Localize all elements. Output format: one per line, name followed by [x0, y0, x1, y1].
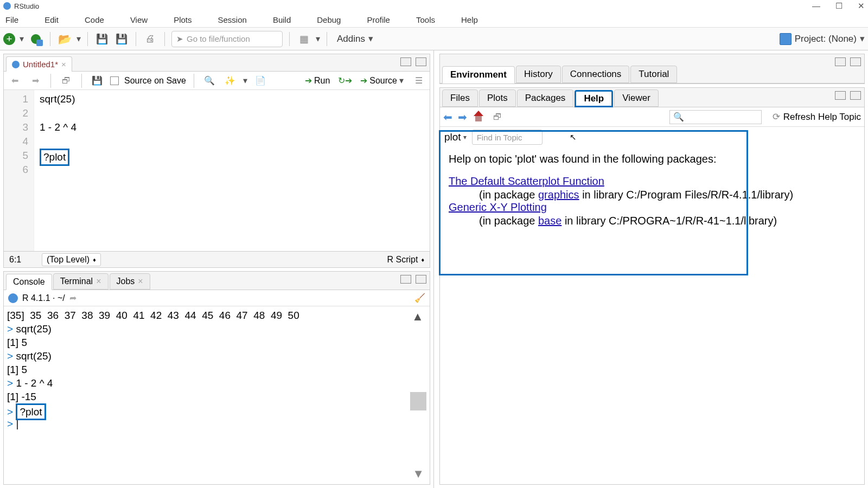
grid-button[interactable]: ▦ [296, 31, 311, 47]
new-project-button[interactable] [28, 31, 43, 47]
menu-help[interactable]: Help [461, 15, 478, 24]
maximize-pane-button[interactable] [850, 91, 861, 100]
rerun-button[interactable]: ↻➔ [337, 73, 353, 88]
scroll-up-button[interactable]: ▲ [409, 310, 426, 324]
save-source-button[interactable]: 💾 [90, 73, 105, 88]
console-pane: Console Terminal× Jobs× R 4.1.1 · ~/ ➦ 🧹… [3, 271, 430, 485]
separator [50, 32, 50, 46]
language-label: R Script [387, 255, 418, 265]
refresh-help-button[interactable]: ⟳ Refresh Help Topic [773, 111, 861, 123]
scope-selector[interactable]: (Top Level) ♦ [42, 253, 101, 266]
source-tab[interactable]: Untitled1* × [6, 56, 72, 72]
show-in-new-window-button[interactable]: 🗗 [59, 73, 74, 88]
help-link-graphics[interactable]: graphics [538, 189, 579, 201]
minimize-pane-button[interactable] [835, 91, 846, 100]
help-search-input[interactable]: 🔍 [669, 110, 762, 124]
menu-view[interactable]: View [130, 15, 148, 24]
menu-profile[interactable]: Profile [367, 15, 390, 24]
tab-history[interactable]: History [516, 66, 561, 83]
console-prompt[interactable]: > | [7, 417, 430, 431]
minimize-pane-button[interactable] [400, 275, 411, 284]
save-all-button[interactable]: 💾 [114, 31, 129, 47]
grid-dropdown[interactable]: ▾ [316, 34, 320, 44]
code-tools-dropdown[interactable]: ▾ [243, 75, 247, 86]
maximize-pane-button[interactable] [416, 275, 426, 284]
save-button[interactable]: 💾 [94, 31, 110, 47]
language-selector[interactable]: R Script ♦ [387, 255, 424, 265]
compile-report-button[interactable]: 📄 [253, 73, 268, 88]
refresh-label: Refresh Help Topic [783, 112, 861, 123]
outline-button[interactable]: ☰ [411, 73, 426, 88]
close-button[interactable]: ✕ [858, 1, 865, 11]
menu-session[interactable]: Session [218, 15, 247, 24]
minimize-button[interactable]: — [812, 1, 820, 11]
tab-files[interactable]: Files [442, 89, 478, 107]
environment-pane: Environment History Connections Tutorial [439, 54, 865, 84]
menu-plots[interactable]: Plots [174, 15, 192, 24]
source-on-save-checkbox[interactable] [110, 76, 119, 85]
scroll-down-button[interactable]: ▼ [412, 467, 424, 481]
code-tools-button[interactable]: ✨ [222, 73, 238, 88]
tab-jobs[interactable]: Jobs× [110, 273, 150, 290]
help-link-xyplotting[interactable]: Generic X-Y Plotting [449, 201, 547, 213]
maximize-button[interactable]: ☐ [835, 1, 843, 11]
menu-file[interactable]: File [5, 15, 18, 24]
print-button[interactable]: 🖨 [143, 31, 158, 47]
tab-terminal[interactable]: Terminal× [53, 273, 108, 290]
console-line: [1] 5 [7, 363, 430, 376]
console-output[interactable]: [35] 35 36 37 38 39 40 41 42 43 44 45 46… [4, 306, 430, 484]
run-button[interactable]: ➔ Run [305, 75, 330, 86]
source-tabstrip: Untitled1* × [4, 54, 430, 72]
tab-environment[interactable]: Environment [442, 66, 515, 84]
new-file-button[interactable]: + [3, 33, 15, 45]
open-file-button[interactable]: 📂 [57, 31, 72, 47]
addins-menu[interactable]: Addins ▾ [337, 33, 373, 44]
tab-connections[interactable]: Connections [562, 66, 630, 83]
menu-code[interactable]: Code [85, 15, 104, 24]
scrollbar-thumb[interactable] [410, 392, 426, 410]
tab-tutorial[interactable]: Tutorial [630, 66, 677, 83]
maximize-pane-button[interactable] [850, 57, 861, 66]
rstudio-logo-icon [3, 2, 11, 10]
open-recent-dropdown[interactable]: ▾ [76, 34, 81, 44]
menu-tools[interactable]: Tools [416, 15, 435, 24]
close-icon[interactable]: × [138, 277, 143, 286]
maximize-pane-button[interactable] [416, 57, 426, 66]
help-link-scatterplot[interactable]: The Default Scatterplot Function [449, 175, 604, 187]
close-icon[interactable]: × [96, 277, 101, 286]
new-file-dropdown[interactable]: ▾ [20, 34, 24, 44]
code-editor[interactable]: 123456 sqrt(25) 1 - 2 ^ 4 ?plot [4, 90, 430, 251]
separator [194, 74, 194, 88]
code-area[interactable]: sqrt(25) 1 - 2 ^ 4 ?plot [34, 90, 430, 251]
open-wd-button[interactable]: ➦ [69, 293, 76, 303]
menu-edit[interactable]: Edit [44, 15, 59, 24]
source-tab-name: Untitled1* [23, 60, 58, 69]
tab-viewer[interactable]: Viewer [614, 89, 659, 107]
menu-build[interactable]: Build [273, 15, 291, 24]
goto-file-input[interactable]: ➤ Go to file/function [171, 31, 283, 47]
find-in-topic-input[interactable]: Find in Topic [472, 130, 542, 145]
back-button[interactable]: ⬅ [7, 73, 22, 88]
separator [50, 74, 51, 88]
tab-console[interactable]: Console [6, 274, 52, 290]
find-replace-button[interactable]: 🔍 [202, 73, 217, 88]
help-forward-button[interactable]: ➡ [458, 111, 467, 124]
tab-packages[interactable]: Packages [517, 89, 574, 107]
close-tab-button[interactable]: × [61, 60, 66, 69]
separator [164, 32, 165, 46]
tab-help[interactable]: Help [575, 90, 613, 107]
project-menu[interactable]: Project: (None) ▾ [780, 33, 865, 45]
minimize-pane-button[interactable] [400, 57, 411, 66]
separator [87, 32, 88, 46]
forward-button[interactable]: ➡ [28, 73, 43, 88]
tab-plots[interactable]: Plots [479, 89, 516, 107]
help-back-button[interactable]: ⬅ [443, 111, 452, 124]
help-home-button[interactable] [473, 112, 484, 123]
source-button[interactable]: ➔ Source ▾ [360, 75, 404, 86]
help-topic-dropdown[interactable]: plot ▾ [444, 131, 467, 143]
menu-debug[interactable]: Debug [317, 15, 341, 24]
help-link-base[interactable]: base [538, 215, 561, 227]
minimize-pane-button[interactable] [835, 57, 846, 66]
help-popup-button[interactable]: 🗗 [490, 110, 505, 125]
clear-console-button[interactable]: 🧹 [414, 293, 425, 303]
